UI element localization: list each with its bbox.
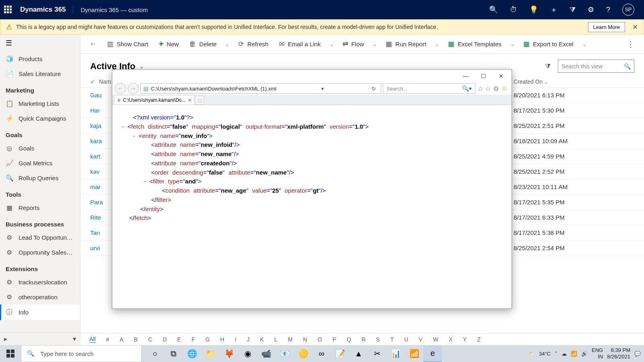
ie-search-icon[interactable]: 🔍▾ bbox=[462, 85, 472, 92]
sidebar-item[interactable]: 📋Marketing Lists bbox=[0, 96, 80, 111]
search-view-input[interactable]: Search this view 🔍 bbox=[558, 60, 634, 73]
export-excel-button[interactable]: ▦Export to Excel bbox=[518, 37, 578, 51]
volume-icon[interactable]: 🔊 bbox=[581, 351, 588, 357]
ie-taskbar-icon[interactable]: e bbox=[423, 345, 442, 362]
sidebar-dropdown-icon[interactable]: ▾ bbox=[73, 335, 76, 343]
sidebar-expand-icon[interactable]: ▸ bbox=[4, 335, 7, 343]
app11-icon[interactable]: ▲ bbox=[349, 345, 368, 362]
alpha-letter[interactable]: S bbox=[376, 336, 380, 343]
alpha-letter[interactable]: T bbox=[390, 336, 394, 343]
sidebar-item[interactable]: ▦Reports bbox=[0, 200, 80, 215]
flow-button[interactable]: ⇄Flow bbox=[338, 37, 369, 51]
sidebar-item[interactable]: ⚙otheroperation bbox=[0, 290, 80, 304]
ie-tab[interactable]: e C:\Users\shyam.kamani\Do... × bbox=[114, 95, 194, 105]
alpha-letter[interactable]: N bbox=[303, 336, 307, 343]
delete-button[interactable]: 🗑Delete bbox=[184, 38, 221, 51]
clock[interactable]: 6:39 PM8/26/2021 bbox=[607, 347, 630, 360]
assistant-icon[interactable]: 💡 bbox=[529, 5, 538, 14]
user-avatar[interactable]: SP bbox=[622, 4, 634, 16]
alpha-letter[interactable]: K bbox=[260, 336, 264, 343]
alpha-letter[interactable]: X bbox=[449, 336, 452, 343]
email-chevron[interactable]: ⌄ bbox=[326, 39, 337, 49]
sidebar-item[interactable]: ⓘInfo bbox=[0, 304, 80, 320]
ie-address-bar[interactable]: ▤ C:\Users\shyam.kamani\Downloads\FetchX… bbox=[140, 83, 381, 94]
favorites-icon[interactable]: ☆ bbox=[485, 85, 491, 93]
lang-block[interactable]: ENGIN bbox=[592, 347, 603, 360]
ie-forward-button[interactable]: → bbox=[128, 83, 139, 94]
edge-icon[interactable]: 🌐 bbox=[183, 345, 201, 362]
export-chevron[interactable]: ⌄ bbox=[579, 39, 590, 49]
weather-icon[interactable]: ⛅ bbox=[528, 351, 535, 357]
maximize-button[interactable]: ☐ bbox=[475, 70, 492, 82]
column-created[interactable]: Created On ⌄ bbox=[514, 78, 634, 85]
view-chevron-icon[interactable]: ⌄ bbox=[139, 63, 144, 70]
powerbi-icon[interactable]: 📶 bbox=[405, 345, 423, 362]
addr-dropdown-icon[interactable]: ▾ bbox=[319, 86, 326, 92]
taskview-icon[interactable]: ⧉ bbox=[164, 345, 183, 362]
alpha-letter[interactable]: L bbox=[274, 336, 277, 343]
app12-icon[interactable]: ✂ bbox=[368, 345, 386, 362]
run-report-button[interactable]: ▦Run Report bbox=[381, 37, 431, 51]
alpha-letter[interactable]: O bbox=[318, 336, 322, 343]
alpha-letter[interactable]: G bbox=[205, 336, 210, 343]
refresh-button[interactable]: ⟳Refresh bbox=[233, 37, 273, 51]
sidebar-item[interactable]: ◎Goals bbox=[0, 141, 80, 156]
sidebar-item[interactable]: 🔍Rollup Queries bbox=[0, 171, 80, 185]
alpha-letter[interactable]: B bbox=[134, 336, 138, 343]
search-icon[interactable]: 🔍 bbox=[489, 5, 498, 14]
more-commands-icon[interactable]: ⋮ bbox=[622, 37, 640, 51]
new-tab-button[interactable]: ▢ bbox=[195, 96, 204, 105]
alpha-letter[interactable]: # bbox=[106, 336, 109, 343]
sidebar-item[interactable]: 📄Sales Literature bbox=[0, 66, 80, 81]
alpha-letter[interactable]: C bbox=[148, 336, 152, 343]
sidebar-item[interactable]: 🧊Products bbox=[0, 51, 80, 66]
dismiss-warning-icon[interactable]: ✕ bbox=[632, 23, 638, 31]
alpha-letter[interactable]: Y bbox=[463, 336, 466, 343]
filter-icon[interactable]: ⧩ bbox=[570, 6, 576, 14]
chrome-icon[interactable]: 🟡 bbox=[294, 345, 312, 362]
alpha-letter[interactable]: A bbox=[120, 336, 123, 343]
flow-chevron[interactable]: ⌄ bbox=[369, 39, 380, 49]
sidebar-item[interactable]: ⚡Quick Campaigns bbox=[0, 111, 80, 126]
sidebar-item[interactable]: ⚙Opportunity Sales… bbox=[0, 245, 80, 260]
sidebar-item[interactable]: ⚙trackuserslocation bbox=[0, 275, 80, 290]
sidebar-item[interactable]: 📈Goal Metrics bbox=[0, 156, 80, 171]
alpha-letter[interactable]: I bbox=[235, 336, 236, 343]
alpha-letter[interactable]: M bbox=[288, 336, 293, 343]
home-icon[interactable]: ⌂ bbox=[479, 85, 483, 93]
ie-back-button[interactable]: ← bbox=[115, 83, 126, 94]
ie-refresh-icon[interactable]: ↻ bbox=[369, 86, 378, 92]
onedrive-icon[interactable]: ☁ bbox=[561, 351, 567, 357]
alpha-letter[interactable]: P bbox=[332, 336, 336, 343]
alpha-letter[interactable]: E bbox=[177, 336, 181, 343]
alpha-letter[interactable]: Q bbox=[347, 336, 351, 343]
new-button[interactable]: +New bbox=[154, 37, 184, 51]
task-icon[interactable]: ⏱ bbox=[510, 6, 517, 14]
alpha-letter[interactable]: D bbox=[163, 336, 167, 343]
alpha-all[interactable]: All bbox=[89, 336, 96, 343]
app5-icon[interactable]: ◉ bbox=[238, 345, 257, 362]
app13-icon[interactable]: 📊 bbox=[386, 345, 405, 362]
explorer-icon[interactable]: 📁 bbox=[201, 345, 220, 362]
tpl-chevron[interactable]: ⌄ bbox=[507, 39, 518, 49]
wifi-icon[interactable]: 📶 bbox=[571, 351, 577, 357]
app-launcher-icon[interactable] bbox=[4, 6, 12, 14]
tools-gear-icon[interactable]: ⚙ bbox=[493, 85, 499, 93]
report-chevron[interactable]: ⌄ bbox=[432, 39, 442, 49]
alpha-letter[interactable]: Z bbox=[477, 336, 481, 343]
temperature[interactable]: 34°C bbox=[539, 351, 551, 357]
vs-icon[interactable]: ∞ bbox=[312, 345, 331, 362]
notifications-icon[interactable]: 💬 bbox=[634, 351, 641, 357]
email-link-button[interactable]: ✉Email a Link bbox=[274, 37, 326, 51]
close-button[interactable]: ✕ bbox=[492, 70, 510, 82]
sidebar-toggle-icon[interactable]: ☰ bbox=[0, 35, 80, 51]
search-go-icon[interactable]: 🔍 bbox=[624, 63, 631, 70]
zoom-icon[interactable]: 📹 bbox=[257, 345, 275, 362]
taskbar-search[interactable]: 🔍 Type here to search bbox=[21, 345, 142, 362]
column-filter-icon[interactable]: ⧩ bbox=[543, 60, 553, 73]
select-all-checkbox[interactable]: ✓ bbox=[90, 78, 95, 85]
notepad-icon[interactable]: 📝 bbox=[331, 345, 349, 362]
settings-icon[interactable]: ⚙ bbox=[588, 5, 594, 14]
alpha-letter[interactable]: H bbox=[220, 336, 224, 343]
add-icon[interactable]: ＋ bbox=[550, 5, 557, 14]
